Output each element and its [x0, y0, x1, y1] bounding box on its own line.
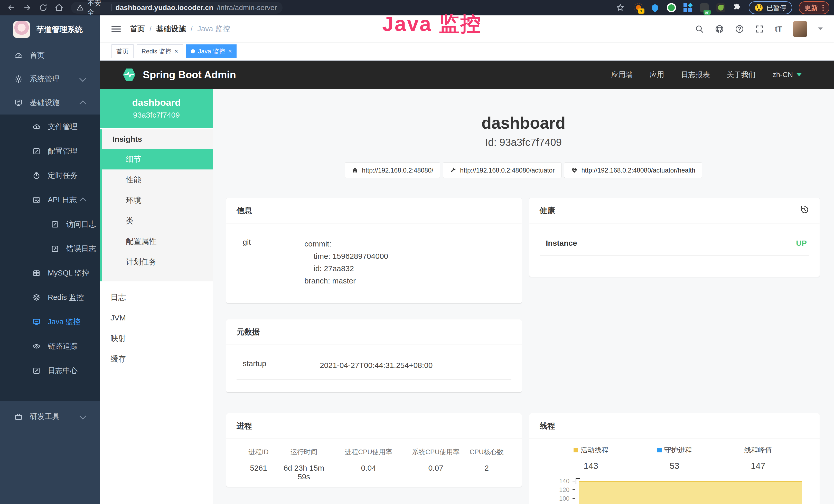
sidebar-item-access-logs[interactable]: 访问日志	[0, 212, 100, 236]
sba-brand[interactable]: Spring Boot Admin	[122, 67, 236, 82]
instance-menu-logs[interactable]: 日志	[100, 287, 213, 307]
process-pid: 5261	[237, 464, 281, 481]
health-instance-row: Instance UP	[540, 232, 809, 255]
sidebar-item-system[interactable]: 系统管理	[0, 67, 100, 91]
dashboard-icon	[14, 51, 23, 60]
sidebar-item-infra[interactable]: 基础设施	[0, 91, 100, 115]
sidebar-item-jobs[interactable]: 定时任务	[0, 163, 100, 188]
sba-link-about[interactable]: 关于我们	[727, 70, 756, 79]
home-icon	[352, 167, 358, 174]
app-logo-image	[13, 21, 30, 38]
sidebar-item-dev-tools[interactable]: 研发工具	[0, 405, 100, 429]
instance-menu-caches[interactable]: 缓存	[100, 349, 213, 369]
sidebar-item-redis[interactable]: Redis 监控	[0, 285, 100, 310]
address-bar[interactable]: 不安全 dashboard.yudao.iocoder.cn/infra/adm…	[71, 2, 283, 14]
search-icon[interactable]	[695, 24, 704, 33]
y-tick	[572, 481, 575, 481]
cpu-cores: 2	[462, 464, 511, 481]
avatar[interactable]	[793, 21, 807, 37]
extension-pin-icon[interactable]	[650, 3, 660, 13]
sba-link-applications[interactable]: 应用	[650, 70, 664, 79]
close-icon[interactable]: ×	[228, 48, 232, 54]
extension-leaf-icon[interactable]	[716, 3, 726, 13]
sba-link-journal[interactable]: 日志报表	[681, 70, 710, 79]
bookmark-star-icon[interactable]	[614, 1, 627, 15]
extensions-puzzle-icon[interactable]	[732, 3, 742, 13]
update-button[interactable]: 更新	[799, 1, 829, 14]
sba-link-wallboard[interactable]: 应用墙	[611, 70, 633, 79]
daemon-threads-value: 53	[642, 461, 707, 471]
breadcrumb-home[interactable]: 首页	[130, 24, 145, 34]
address-divider	[111, 4, 112, 11]
metadata-startup-label: startup	[237, 359, 320, 371]
back-icon[interactable]	[5, 1, 18, 15]
github-icon[interactable]	[715, 24, 724, 33]
tab-redis-monitor[interactable]: Redis 监控 ×	[137, 44, 183, 58]
health-card-title: 健康	[540, 205, 555, 216]
browser-right-tools: 1 on 😲 已暂停 更新	[614, 1, 829, 15]
annotation-overlay: Java 监控	[382, 10, 482, 38]
sidebar-item-tracing[interactable]: 链路追踪	[0, 334, 100, 359]
sidebar-item-files[interactable]: 文件管理	[0, 115, 100, 139]
fullscreen-icon[interactable]	[755, 24, 764, 33]
instance-menu-metrics[interactable]: 性能	[102, 169, 213, 190]
health-url-button[interactable]: http://192.168.0.2:48080/actuator/health	[564, 162, 702, 178]
y-tick-label: 100	[546, 495, 569, 502]
home-icon[interactable]	[52, 1, 66, 15]
instance-menu-scheduled[interactable]: 计划任务	[102, 252, 213, 272]
breadcrumb-infra[interactable]: 基础设施	[156, 24, 186, 34]
help-icon[interactable]	[735, 24, 744, 33]
caret-down-icon[interactable]	[818, 27, 823, 30]
tab-java-monitor[interactable]: Java 监控 ×	[186, 44, 237, 58]
infra-submenu: 文件管理 配置管理 定时任务 API 日志	[0, 115, 100, 401]
sidebar-item-home[interactable]: 首页	[0, 44, 100, 67]
history-icon[interactable]	[800, 205, 809, 216]
locale-select[interactable]: zh-CN	[773, 71, 802, 79]
layers-icon	[32, 294, 41, 302]
sidebar-item-api-logs[interactable]: API 日志	[0, 188, 100, 212]
extension-y-icon[interactable]	[666, 3, 676, 13]
chevron-down-icon	[79, 75, 86, 82]
close-icon[interactable]: ×	[174, 48, 178, 54]
forward-icon[interactable]	[21, 1, 34, 15]
sidebar-item-config[interactable]: 配置管理	[0, 139, 100, 163]
eye-icon	[32, 342, 41, 350]
process-card: 进程 进程ID 运行时间 进程CPU使用率 系统CPU使用率 CPU核心数 52…	[226, 413, 522, 487]
extension-on-icon[interactable]: on	[699, 3, 709, 13]
extension-badge: 1	[638, 8, 644, 14]
instance-menu-mappings[interactable]: 映射	[100, 328, 213, 349]
instance-id: 93a3fc7f7409	[133, 111, 180, 119]
on-badge: on	[704, 10, 711, 15]
threads-card: 线程 活动线程 守护进程 线程峰值 143 53 147	[529, 413, 820, 504]
sidebar-item-error-logs[interactable]: 错误日志	[0, 236, 100, 261]
health-instance-label: Instance	[546, 239, 577, 248]
instance-menu-env[interactable]: 环境	[102, 190, 213, 210]
extension-orange-icon[interactable]: 1	[634, 3, 643, 13]
app-logo[interactable]: 芋道管理系统	[0, 16, 100, 44]
service-url-button[interactable]: http://192.168.0.2:48080/	[345, 162, 440, 178]
instance-menu-classes[interactable]: 类	[102, 210, 213, 231]
sba-header: Spring Boot Admin 应用墙 应用 日志报表 关于我们 zh-CN	[100, 61, 834, 89]
sidebar-item-log-center[interactable]: 日志中心	[0, 359, 100, 383]
wrench-icon	[450, 167, 456, 174]
chevron-down-icon	[79, 413, 86, 419]
tab-home[interactable]: 首页	[111, 44, 134, 58]
instance-menu-jvm[interactable]: JVM	[100, 307, 213, 328]
sidebar-item-mysql[interactable]: MySQL 监控	[0, 261, 100, 285]
breadcrumb-current: Java 监控	[197, 24, 230, 34]
instance-menu-details[interactable]: 细节	[100, 149, 213, 169]
reload-icon[interactable]	[37, 1, 50, 15]
actuator-url-button[interactable]: http://192.168.0.2:48080/actuator	[443, 162, 562, 178]
hamburger-icon[interactable]	[111, 26, 121, 32]
info-card-title: 信息	[226, 198, 522, 223]
instance-content: dashboard Id: 93a3fc7f7409 http://192.16…	[213, 89, 834, 504]
paused-badge[interactable]: 😲 已暂停	[749, 1, 792, 14]
extension-grid-icon[interactable]	[683, 3, 693, 13]
font-size-icon[interactable]: tT	[775, 25, 782, 33]
instance-menu-configprops[interactable]: 配置属性	[102, 231, 213, 252]
sidebar-item-java-monitor[interactable]: Java 监控	[0, 310, 100, 334]
metadata-startup-value: 2021-04-27T00:44:31.254+08:00	[320, 359, 433, 371]
kebab-menu-icon[interactable]	[822, 5, 824, 11]
chevron-up-icon	[79, 198, 86, 204]
y-tick	[572, 489, 575, 490]
